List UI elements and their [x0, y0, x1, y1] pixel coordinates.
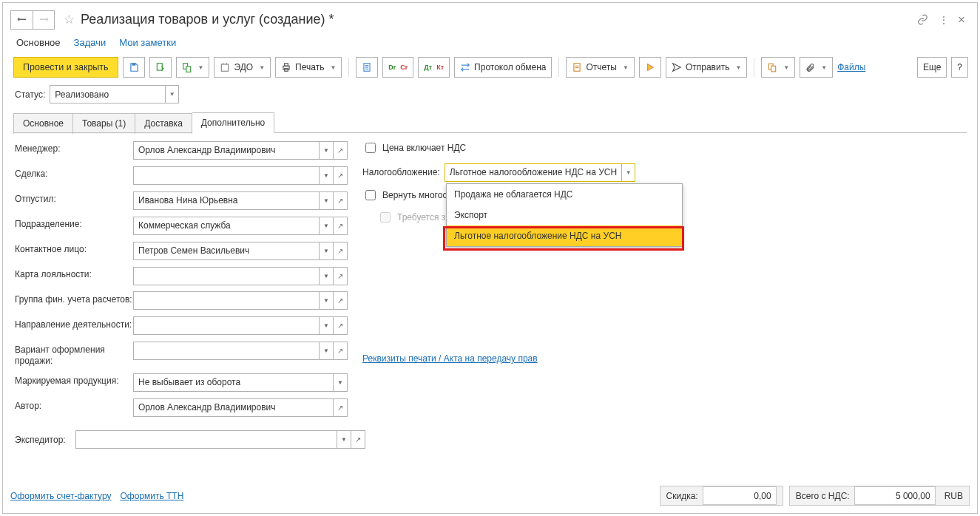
dept-input[interactable]: Коммерческая служба▼↗ [133, 217, 348, 235]
open-icon[interactable]: ↗ [333, 342, 347, 359]
kebab-menu-icon[interactable]: ⋮ [939, 14, 947, 26]
subnav-notes[interactable]: Мои заметки [119, 37, 176, 48]
bottom-bar: Оформить счет-фактуру Оформить ТТН Скидк… [10, 486, 970, 506]
chevron-down-icon[interactable]: ▼ [319, 167, 333, 184]
direction-input[interactable]: ▼↗ [133, 316, 348, 335]
dtkt-button[interactable]: ДтКт [418, 57, 450, 78]
chevron-down-icon[interactable]: ▼ [319, 142, 333, 159]
open-icon[interactable]: ↗ [333, 142, 347, 159]
copy-button[interactable]: ▼ [761, 57, 795, 78]
tax-option-export[interactable]: Экспорт [447, 205, 682, 225]
dtcr-button[interactable]: DrCr [382, 57, 413, 78]
chevron-down-icon[interactable]: ▼ [621, 164, 635, 181]
svg-rect-3 [186, 67, 190, 72]
print-button[interactable]: Печать▼ [275, 57, 342, 78]
subnav-main[interactable]: Основное [16, 37, 61, 48]
chevron-down-icon[interactable]: ▼ [333, 374, 347, 391]
tax-option-no-vat[interactable]: Продажа не облагается НДС [447, 184, 682, 205]
chevron-down-icon[interactable]: ▼ [319, 342, 333, 359]
post-and-close-button[interactable]: Провести и закрыть [13, 57, 118, 78]
reports-button[interactable]: Отчеты▼ [566, 57, 634, 78]
variant-input[interactable]: ▼↗ [133, 342, 348, 360]
price-includes-vat-checkbox[interactable]: Цена включает НДС [362, 140, 965, 155]
status-value: Реализовано [55, 89, 165, 100]
open-icon[interactable]: ↗ [351, 431, 365, 448]
discount-input[interactable]: 0,00 [703, 486, 777, 505]
status-select[interactable]: Реализовано ▼ [50, 85, 179, 103]
total-input[interactable]: 5 000,00 [854, 486, 936, 505]
expeditor-row: Экспедитор: ▼↗ [3, 423, 977, 449]
chevron-down-icon[interactable]: ▼ [319, 217, 333, 234]
loyalty-label: Карта лояльности: [15, 266, 133, 279]
manager-input[interactable]: Орлов Александр Владимирович▼↗ [133, 141, 348, 160]
close-button[interactable]: × [958, 13, 965, 27]
attach-button[interactable]: ▼ [800, 57, 833, 78]
open-icon[interactable]: ↗ [333, 317, 347, 334]
taxation-label: Налогообложение: [362, 167, 440, 177]
favorite-star-icon[interactable]: ☆ [64, 12, 75, 27]
forward-button[interactable]: 🠖 [33, 10, 55, 30]
taxation-value: Льготное налогообложение НДС на УСН [450, 167, 621, 177]
nav-buttons: 🠔 🠖 [10, 10, 55, 30]
open-icon[interactable]: ↗ [333, 167, 347, 184]
toolbar: Провести и закрыть ▼ ЭДО▼ Печать▼ DrCr Д… [3, 57, 977, 85]
expeditor-input[interactable]: ▼↗ [75, 430, 365, 449]
save-button[interactable] [123, 57, 145, 78]
back-button[interactable]: 🠔 [10, 10, 33, 30]
loyalty-input[interactable]: ▼↗ [133, 267, 348, 285]
protocol-button[interactable]: Протокол обмена [454, 57, 552, 78]
open-icon[interactable]: ↗ [333, 292, 347, 309]
subnav: Основное Задачи Мои заметки [3, 33, 977, 57]
chevron-down-icon[interactable]: ▼ [319, 292, 333, 309]
tab-main[interactable]: Основное [13, 113, 73, 134]
tab-goods[interactable]: Товары (1) [73, 113, 135, 134]
issue-invoice-link[interactable]: Оформить счет-фактуру [10, 491, 111, 501]
post-button[interactable] [149, 57, 172, 78]
open-icon[interactable]: ↗ [333, 192, 347, 209]
play-button[interactable] [639, 57, 661, 78]
manager-label: Менеджер: [15, 140, 133, 154]
open-icon[interactable]: ↗ [333, 399, 347, 416]
variant-label: Вариант оформления продажи: [15, 342, 133, 367]
deal-input[interactable]: ▼↗ [133, 166, 348, 185]
based-on-button[interactable]: ▼ [176, 57, 210, 78]
tax-option-usn[interactable]: Льготное налогообложение НДС на УСН [447, 225, 682, 246]
open-icon[interactable]: ↗ [333, 242, 347, 259]
issue-ttn-link[interactable]: Оформить ТТН [120, 491, 183, 501]
svg-rect-16 [771, 66, 776, 72]
marking-label: Маркируемая продукция: [15, 373, 133, 386]
open-icon[interactable]: ↗ [333, 217, 347, 234]
app-window: 🠔 🠖 ☆ Реализация товаров и услуг (создан… [2, 2, 978, 514]
tab-additional[interactable]: Дополнительно [192, 112, 274, 133]
chevron-down-icon[interactable]: ▼ [319, 192, 333, 209]
direction-label: Направление деятельности: [15, 316, 133, 330]
taxation-select[interactable]: Льготное налогообложение НДС на УСН ▼ [445, 163, 635, 182]
link-icon[interactable] [917, 14, 928, 25]
tab-delivery[interactable]: Доставка [135, 113, 192, 134]
author-input[interactable]: Орлов Александр Владимирович↗ [133, 398, 348, 417]
released-input[interactable]: Иванова Нина Юрьевна▼↗ [133, 191, 348, 210]
chevron-down-icon[interactable]: ▼ [319, 317, 333, 334]
fingroup-label: Группа фин. учета расчетов: [15, 291, 133, 305]
chevron-down-icon[interactable]: ▼ [165, 86, 178, 103]
more-button[interactable]: Еще [917, 57, 947, 78]
chevron-down-icon[interactable]: ▼ [337, 431, 351, 448]
files-link[interactable]: Файлы [837, 62, 865, 72]
contact-input[interactable]: Петров Семен Васильевич▼↗ [133, 242, 348, 260]
released-label: Отпустил: [15, 191, 133, 204]
subnav-tasks[interactable]: Задачи [74, 37, 107, 48]
discount-label: Скидка: [666, 491, 698, 501]
document-icon-button[interactable] [356, 57, 378, 78]
edo-button[interactable]: ЭДО▼ [214, 57, 271, 78]
chevron-down-icon[interactable]: ▼ [319, 268, 333, 285]
open-icon[interactable]: ↗ [333, 268, 347, 285]
chevron-down-icon[interactable]: ▼ [319, 242, 333, 259]
fingroup-input[interactable]: ▼↗ [133, 291, 348, 310]
currency-label: RUB [944, 491, 963, 501]
marking-input[interactable]: Не выбывает из оборота▼ [133, 373, 348, 392]
requisites-link[interactable]: Реквизиты печати / Акта на передачу прав [362, 353, 538, 364]
send-button[interactable]: Отправить▼ [666, 57, 747, 78]
status-label: Статус: [15, 89, 45, 100]
author-label: Автор: [15, 398, 133, 411]
help-button[interactable]: ? [951, 57, 968, 78]
